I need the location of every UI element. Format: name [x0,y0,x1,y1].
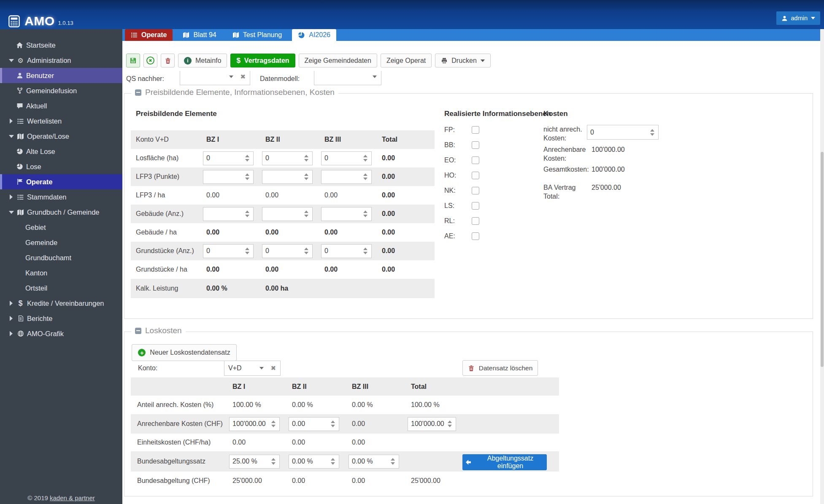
losflaeche-bz3-input[interactable] [321,151,372,165]
grundstuecke-bz2-input[interactable] [262,244,313,258]
stepper-arrows[interactable] [245,210,249,217]
nk-checkbox[interactable] [472,187,479,194]
nicht-anrech-kosten-input[interactable] [587,125,659,140]
stepper-arrows[interactable] [245,248,249,254]
sidebar-item-berichte[interactable]: Berichte [0,311,122,326]
kaden-partner-link[interactable]: kaden & partner [50,494,95,501]
bundesabgeltungssatz-bz1-input[interactable] [229,455,280,469]
table-row: Einheitskosten (CHF/ha) 0.00 0.00 0.00 [131,434,559,451]
delete-button[interactable] [161,54,175,67]
stepper-arrows[interactable] [245,155,249,162]
lfp3-bz1-input[interactable] [203,170,254,184]
vertical-scrollbar[interactable] [820,29,824,504]
bb-checkbox[interactable] [472,141,479,149]
lfp3-bz3-input[interactable] [321,170,372,184]
sidebar-item-lose[interactable]: Lose [0,159,122,174]
sidebar-item-startseite[interactable]: Startseite [0,38,122,53]
stepper-arrows[interactable] [304,173,308,180]
sidebar-item-gemeindefusion[interactable]: Gemeindefusion [0,83,122,98]
sidebar-item-alte-lose[interactable]: Alte Lose [0,144,122,159]
ae-checkbox[interactable] [472,232,479,240]
save-button[interactable] [126,54,140,67]
sidebar-item-stammdaten[interactable]: Stammdaten [0,189,122,205]
sidebar-nav: Startseite ⚙ Administration Benutzer Gem… [0,29,122,504]
anrechenbare-kosten-bz1-input[interactable] [229,417,280,431]
zeige-operat-button[interactable]: Zeige Operat [381,54,432,67]
caret-down-icon [8,59,14,62]
datensatz-loeschen-button[interactable]: Datensatz löschen [462,360,538,376]
lfp3-bz2-input[interactable] [262,170,313,184]
stepper-arrows[interactable] [448,420,452,427]
stepper-arrows[interactable] [391,458,395,465]
tab-operate[interactable]: Operate [125,29,173,41]
datenmodell-select[interactable] [314,68,381,85]
neuer-loskostendatensatz-button[interactable]: + Neuer Loskostendatensatz [132,344,237,361]
qs-nachher-select[interactable]: ✖ [180,68,250,85]
sidebar-item-ortsteil[interactable]: Ortsteil [0,280,122,296]
fp-checkbox[interactable] [472,126,479,134]
anrechenbare-kosten-bz2-input[interactable] [289,417,339,431]
sidebar-item-grundbuchamt[interactable]: Grundbuchamt [0,250,122,265]
stepper-arrows[interactable] [363,248,367,254]
eo-checkbox[interactable] [472,156,479,164]
stepper-arrows[interactable] [363,155,367,162]
collapse-icon[interactable] [135,328,141,334]
scrollbar-thumb[interactable] [821,152,824,367]
tab-blatt-94[interactable]: Blatt 94 [177,29,222,41]
stepper-arrows[interactable] [363,210,367,217]
sidebar-item-wertelisten[interactable]: Wertelisten [0,113,122,129]
sidebar-item-kanton[interactable]: Kanton [0,265,122,280]
stepper-arrows[interactable] [271,420,276,427]
drucken-button[interactable]: Drucken [435,54,491,67]
collapse-icon[interactable] [135,89,141,96]
clear-icon[interactable]: ✖ [264,364,280,372]
ho-checkbox[interactable] [472,172,479,179]
sidebar-item-operate-lose[interactable]: Operate/Lose [0,129,122,144]
bundesabgeltungssatz-bz2-input[interactable] [289,455,339,469]
abgeltungssatz-einfuegen-button[interactable]: Abgeltungssatz einfügen [462,454,547,470]
zeige-gemeindedaten-button[interactable]: Zeige Gemeindedaten [299,54,377,67]
vertragsdaten-button[interactable]: $ Vertragsdaten [230,54,295,67]
sidebar-item-kredite-vereinbarungen[interactable]: $ Kredite / Vereinbarungen [0,296,122,311]
cancel-button[interactable]: ✖ [143,54,157,67]
list-item: BB: [444,137,479,153]
sidebar-item-grundbuch-gemeinde[interactable]: Grundbuch / Gemeinde [0,205,122,220]
bundesabgeltungssatz-bz3-input[interactable] [349,455,399,469]
stepper-arrows[interactable] [331,420,335,427]
stepper-arrows[interactable] [304,155,308,162]
clear-icon[interactable]: ✖ [233,73,250,81]
sidebar-item-gemeinde[interactable]: Gemeinde [0,235,122,250]
tab-ai2026[interactable]: AI2026 [292,29,336,41]
losflaeche-bz2-input[interactable] [262,151,313,165]
grundstuecke-bz1-input[interactable] [203,244,254,258]
losflaeche-bz1-input[interactable] [203,151,254,165]
sidebar-item-benutzer[interactable]: Benutzer [0,68,122,83]
toolbar: ✖ i Metainfo $ Vertragsdaten Zeige Gemei… [122,41,820,71]
gebaeude-bz1-input[interactable] [203,207,254,221]
dollar-icon: $ [236,57,240,65]
user-menu-button[interactable]: admin [776,11,821,25]
gebaeude-bz3-input[interactable] [321,207,372,221]
sidebar-item-amo-grafik[interactable]: AMO-Grafik [0,326,122,341]
sidebar-item-administration[interactable]: ⚙ Administration [0,53,122,68]
ls-checkbox[interactable] [472,202,479,210]
konto-select[interactable]: V+D ✖ [224,361,281,376]
stepper-arrows[interactable] [245,173,249,180]
gebaeude-bz2-input[interactable] [262,207,313,221]
sidebar-item-gebiet[interactable]: Gebiet [0,220,122,235]
list-item: HO: [444,168,479,183]
anrechenbare-kosten-total-input[interactable] [408,417,456,431]
stepper-arrows[interactable] [363,173,367,180]
rl-checkbox[interactable] [472,217,479,225]
map-icon [16,208,24,216]
stepper-arrows[interactable] [271,458,276,465]
metainfo-button[interactable]: i Metainfo [178,54,227,67]
grundstuecke-bz3-input[interactable] [321,244,372,258]
tab-test-planung[interactable]: Test Planung [227,29,288,41]
stepper-arrows[interactable] [304,248,308,254]
sidebar-item-aktuell[interactable]: Aktuell [0,98,122,113]
stepper-arrows[interactable] [331,458,335,465]
stepper-arrows[interactable] [304,210,308,217]
stepper-arrows[interactable] [650,129,654,136]
sidebar-item-operate[interactable]: Operate [0,174,122,189]
